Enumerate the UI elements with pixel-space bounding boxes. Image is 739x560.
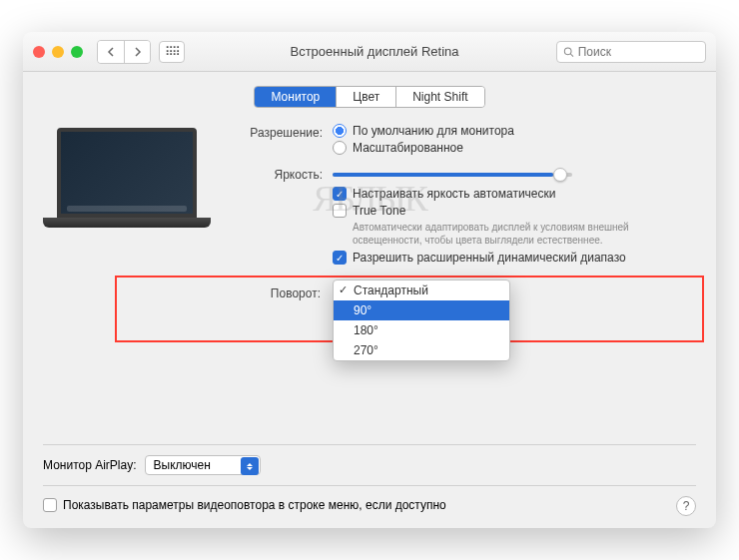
svg-line-1 — [570, 54, 573, 57]
tab-night-shift[interactable]: Night Shift — [395, 87, 483, 107]
airplay-select[interactable]: Выключен — [145, 455, 261, 475]
hdr-checkbox[interactable]: ✓ Разрешить расширенный динамический диа… — [333, 251, 696, 265]
laptop-icon — [43, 128, 211, 240]
rotation-option-270[interactable]: 270° — [334, 340, 509, 360]
back-button[interactable] — [98, 41, 124, 63]
footer: Монитор AirPlay: Выключен Показывать пар… — [43, 444, 696, 516]
tab-color[interactable]: Цвет — [336, 87, 395, 107]
checkbox-icon: ✓ — [333, 187, 347, 201]
show-mirroring-checkbox[interactable]: Показывать параметры видеоповтора в стро… — [43, 498, 446, 512]
true-tone-text: True Tone — [353, 204, 405, 218]
titlebar: ⠿⠿ Встроенный дисплей Retina — [23, 32, 716, 72]
traffic-lights — [33, 46, 83, 58]
body: Разрешение: По умолчанию для монитора Ма… — [43, 124, 696, 342]
rotation-option-standard[interactable]: ✓ Стандартный — [334, 280, 509, 300]
slider-thumb[interactable] — [553, 168, 567, 182]
tab-bar: Монитор Цвет Night Shift — [43, 86, 696, 108]
rotation-dropdown[interactable]: ✓ Стандартный 90° 180° 270° — [333, 280, 510, 361]
search-input[interactable] — [578, 45, 699, 59]
close-button[interactable] — [33, 46, 45, 58]
resolution-scaled-radio[interactable]: Масштабированное — [333, 141, 696, 155]
show-mirroring-text: Показывать параметры видеоповтора в стро… — [63, 498, 446, 512]
segmented-control: Монитор Цвет Night Shift — [254, 86, 484, 108]
resolution-default-radio[interactable]: По умолчанию для монитора — [333, 124, 696, 138]
brightness-label: Яркость: — [233, 166, 333, 182]
resolution-default-text: По умолчанию для монитора — [353, 124, 514, 138]
rotation-highlight: Поворот: ✓ Стандартный 90° 180° — [115, 276, 704, 342]
select-arrows-icon — [241, 457, 259, 475]
resolution-label: Разрешение: — [233, 124, 333, 140]
brightness-slider[interactable] — [333, 173, 572, 177]
radio-icon — [333, 124, 347, 138]
rotation-option-90[interactable]: 90° — [334, 300, 509, 320]
window-title: Встроенный дисплей Retina — [193, 44, 556, 59]
search-icon — [563, 46, 574, 58]
checkbox-icon — [333, 204, 347, 218]
rotation-option-180[interactable]: 180° — [334, 320, 509, 340]
hdr-text: Разрешить расширенный динамический диапа… — [353, 251, 626, 265]
divider — [43, 444, 696, 445]
resolution-scaled-text: Масштабированное — [353, 141, 463, 155]
checkbox-icon: ✓ — [333, 251, 347, 265]
prefs-window: ⠿⠿ Встроенный дисплей Retina Монитор Цве… — [23, 32, 716, 528]
slider-fill — [333, 173, 553, 177]
search-field[interactable] — [556, 41, 706, 63]
nav-group — [97, 40, 151, 64]
tab-monitor[interactable]: Монитор — [255, 87, 336, 107]
airplay-label: Монитор AirPlay: — [43, 458, 137, 472]
help-button[interactable]: ? — [676, 496, 696, 516]
radio-icon — [333, 141, 347, 155]
content: Монитор Цвет Night Shift Разрешение: — [23, 72, 716, 354]
checkmark-icon: ✓ — [339, 283, 348, 296]
forward-button[interactable] — [124, 41, 150, 63]
show-all-button[interactable]: ⠿⠿ — [159, 41, 185, 63]
minimize-button[interactable] — [52, 46, 64, 58]
airplay-value: Выключен — [154, 458, 211, 472]
zoom-button[interactable] — [71, 46, 83, 58]
checkbox-icon — [43, 498, 57, 512]
true-tone-desc: Автоматически адаптировать дисплей к усл… — [353, 221, 696, 247]
divider — [43, 485, 696, 486]
svg-point-0 — [564, 47, 571, 54]
chevron-right-icon — [133, 47, 142, 57]
settings-form: Разрешение: По умолчанию для монитора Ма… — [233, 124, 696, 342]
auto-brightness-text: Настраивать яркость автоматически — [353, 187, 556, 201]
auto-brightness-checkbox[interactable]: ✓ Настраивать яркость автоматически — [333, 187, 696, 201]
rotation-label: Поворот: — [231, 283, 331, 300]
chevron-left-icon — [107, 47, 116, 57]
true-tone-checkbox[interactable]: True Tone — [333, 204, 696, 218]
grid-icon: ⠿⠿ — [165, 48, 179, 56]
